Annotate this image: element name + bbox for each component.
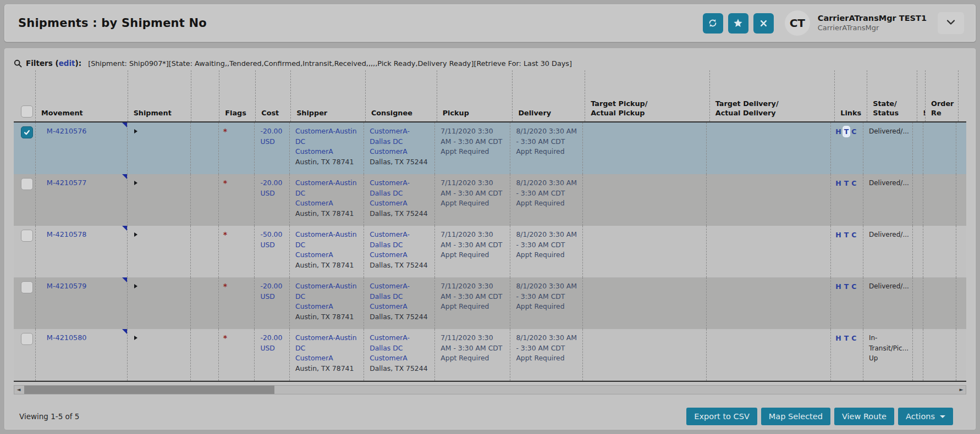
link-t[interactable]: T — [844, 179, 849, 187]
shipper-link[interactable]: CustomerA-Austin DC — [295, 126, 359, 147]
export-to-csv-button[interactable]: Export to CSV — [686, 408, 757, 425]
consignee-link[interactable]: CustomerA-Dallas DC — [370, 126, 430, 147]
table-bottom-border — [14, 381, 966, 382]
map-selected-button[interactable]: Map Selected — [761, 408, 830, 425]
table-row[interactable]: M-4210577*-20.00 USDCustomerA-Austin DCC… — [14, 174, 966, 226]
row-checkbox[interactable] — [21, 333, 33, 345]
column-header-target-delivery-actual-delivery[interactable]: Target Delivery/ Actual Delivery — [710, 70, 835, 121]
link-t[interactable]: T — [844, 127, 849, 136]
shipper-company: CustomerA — [295, 198, 359, 209]
column-header-empty — [191, 70, 219, 121]
link-h[interactable]: H — [835, 179, 841, 187]
consignee-link[interactable]: CustomerA-Dallas DC — [370, 230, 430, 250]
movement-link[interactable]: M-4210577 — [47, 179, 87, 187]
user-menu-button[interactable] — [938, 12, 964, 34]
link-h[interactable]: H — [835, 334, 841, 342]
consignee-cell: CustomerA-Dallas DCCustomerADallas, TX 7… — [364, 174, 435, 226]
corner-marker-icon — [122, 123, 127, 127]
pickup-note: Appt Required — [441, 147, 505, 157]
movement-link[interactable]: M-4210578 — [47, 230, 87, 238]
row-checkbox[interactable] — [21, 178, 33, 190]
column-header-target-pickup-actual-pickup[interactable]: Target Pickup/ Actual Pickup — [585, 70, 710, 121]
column-header-movement[interactable]: Movement — [36, 70, 128, 121]
expand-arrow-icon[interactable] — [134, 232, 137, 237]
shipper-link[interactable]: CustomerA-Austin DC — [295, 333, 359, 353]
link-h[interactable]: H — [835, 231, 841, 239]
view-route-button[interactable]: View Route — [834, 408, 894, 425]
column-header-cost[interactable]: Cost — [256, 70, 291, 121]
close-button[interactable] — [753, 13, 774, 34]
target-delivery-cell — [707, 174, 831, 226]
expand-arrow-icon[interactable] — [134, 129, 137, 133]
shipper-company: CustomerA — [295, 250, 359, 260]
expand-arrow-icon[interactable] — [134, 284, 137, 288]
link-c[interactable]: C — [851, 282, 856, 291]
row-checkbox[interactable] — [21, 126, 33, 138]
shipper-link[interactable]: CustomerA-Austin DC — [295, 178, 359, 198]
link-c[interactable]: C — [851, 231, 856, 239]
panel-footer: Viewing 1-5 of 5 Export to CSVMap Select… — [14, 408, 966, 425]
empty-cell — [191, 277, 219, 329]
column-header-shipper[interactable]: Shipper — [291, 70, 366, 121]
shipper-address: Austin, TX 78741 — [295, 312, 359, 322]
column-header-shipment[interactable]: Shipment — [128, 70, 192, 121]
column-header-pickup[interactable]: Pickup — [437, 70, 513, 121]
user-info: CarrierATransMgr TEST1 CarrierATransMgr — [818, 13, 927, 33]
consignee-link[interactable]: CustomerA-Dallas DC — [370, 333, 430, 353]
movement-link[interactable]: M-4210576 — [47, 127, 87, 135]
filters-edit-link[interactable]: edit — [59, 59, 75, 68]
table-row[interactable]: M-4210580*-20.00 USDCustomerA-Austin DCC… — [14, 329, 966, 381]
corner-marker-icon — [122, 329, 127, 334]
select-cell — [14, 123, 36, 174]
scroll-right-arrow[interactable]: ► — [957, 386, 966, 394]
shipper-link[interactable]: CustomerA-Austin DC — [295, 230, 359, 250]
column-header-order-re[interactable]: Order Re — [926, 70, 959, 121]
scrollbar-track[interactable] — [23, 386, 957, 394]
corner-marker-icon — [122, 277, 127, 282]
favorite-button[interactable] — [728, 13, 748, 34]
scroll-left-arrow[interactable]: ◄ — [14, 386, 23, 394]
consignee-link[interactable]: CustomerA-Dallas DC — [370, 178, 430, 198]
column-header-consignee[interactable]: Consignee — [366, 70, 437, 121]
movement-link[interactable]: M-4210579 — [47, 282, 87, 290]
link-h[interactable]: H — [835, 282, 841, 291]
links-cell: HTC — [831, 123, 863, 174]
shipment-cell — [128, 329, 191, 381]
table-row[interactable]: M-4210578*-50.00 USDCustomerA-Austin DCC… — [14, 226, 966, 277]
column-header-alert[interactable]: ! — [917, 70, 926, 121]
shipper-link[interactable]: CustomerA-Austin DC — [295, 281, 359, 302]
expand-arrow-icon[interactable] — [134, 181, 137, 185]
shipper-company: CustomerA — [295, 302, 359, 312]
link-t[interactable]: T — [844, 231, 849, 239]
cost-value: -20.00 USD — [260, 178, 285, 198]
shipper-company: CustomerA — [295, 147, 359, 157]
refresh-button[interactable] — [703, 13, 723, 34]
movement-cell: M-4210579 — [36, 277, 128, 329]
consignee-link[interactable]: CustomerA-Dallas DC — [370, 281, 430, 302]
movement-link[interactable]: M-4210580 — [47, 333, 87, 342]
flags-cell: * — [219, 226, 255, 277]
row-checkbox[interactable] — [21, 281, 33, 293]
link-c[interactable]: C — [851, 127, 856, 136]
cost-value: -50.00 USD — [260, 230, 285, 250]
actions-button[interactable]: Actions — [898, 408, 953, 425]
scrollbar-thumb[interactable] — [24, 386, 274, 394]
table-row[interactable]: M-4210576*-20.00 USDCustomerA-Austin DCC… — [14, 123, 966, 174]
select-all-checkbox[interactable] — [21, 105, 33, 118]
table-row[interactable]: M-4210579*-20.00 USDCustomerA-Austin DCC… — [14, 277, 966, 329]
row-checkbox[interactable] — [21, 230, 33, 242]
column-header-links[interactable]: Links — [835, 70, 867, 121]
cost-cell: -50.00 USD — [255, 226, 290, 277]
column-header-delivery[interactable]: Delivery — [513, 70, 585, 121]
column-header-state-status[interactable]: State/ Status — [867, 70, 917, 121]
column-header-flags[interactable]: Flags — [219, 70, 256, 121]
link-t[interactable]: T — [844, 334, 849, 342]
avatar[interactable]: CT — [785, 10, 810, 36]
link-t[interactable]: T — [844, 282, 849, 291]
search-icon — [14, 59, 22, 68]
link-c[interactable]: C — [851, 334, 856, 342]
horizontal-scrollbar[interactable]: ◄ ► — [14, 385, 966, 394]
link-c[interactable]: C — [851, 179, 856, 187]
link-h[interactable]: H — [835, 127, 841, 136]
expand-arrow-icon[interactable] — [134, 336, 137, 340]
